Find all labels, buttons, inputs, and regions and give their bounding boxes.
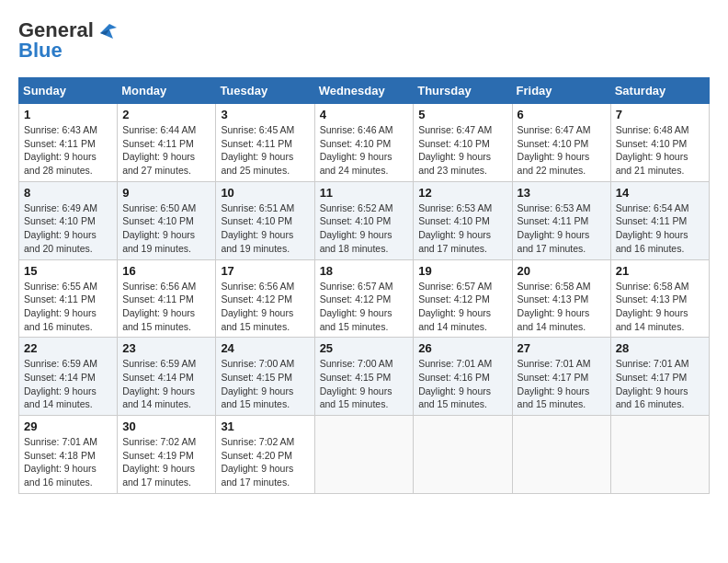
day-number: 17: [221, 264, 309, 278]
calendar-cell: 29 Sunrise: 7:01 AMSunset: 4:18 PMDaylig…: [19, 416, 118, 494]
day-number: 23: [122, 341, 210, 355]
calendar-cell: 6 Sunrise: 6:47 AMSunset: 4:10 PMDayligh…: [512, 104, 610, 182]
day-number: 26: [418, 341, 506, 355]
day-info: Sunrise: 6:59 AMSunset: 4:14 PMDaylight:…: [24, 358, 97, 409]
calendar-cell: 21 Sunrise: 6:58 AMSunset: 4:13 PMDaylig…: [610, 259, 709, 338]
day-number: 2: [122, 108, 210, 121]
day-info: Sunrise: 6:49 AMSunset: 4:10 PMDaylight:…: [24, 202, 97, 254]
day-number: 7: [616, 108, 704, 121]
day-number: 11: [320, 186, 409, 200]
day-number: 21: [616, 264, 704, 278]
day-info: Sunrise: 6:51 AMSunset: 4:10 PMDaylight:…: [221, 202, 294, 254]
day-info: Sunrise: 6:58 AMSunset: 4:13 PMDaylight:…: [518, 281, 591, 332]
calendar-cell: 8 Sunrise: 6:49 AMSunset: 4:10 PMDayligh…: [19, 181, 118, 259]
day-number: 12: [418, 186, 506, 200]
day-number: 25: [320, 341, 409, 355]
day-number: 9: [122, 186, 210, 200]
calendar-cell: 28 Sunrise: 7:01 AMSunset: 4:17 PMDaylig…: [610, 338, 709, 416]
calendar-cell: 12 Sunrise: 6:53 AMSunset: 4:10 PMDaylig…: [414, 181, 512, 259]
calendar-cell: 17 Sunrise: 6:56 AMSunset: 4:12 PMDaylig…: [216, 259, 314, 338]
day-info: Sunrise: 7:01 AMSunset: 4:17 PMDaylight:…: [616, 358, 689, 409]
day-number: 28: [616, 341, 704, 355]
day-number: 5: [418, 108, 506, 121]
day-info: Sunrise: 6:58 AMSunset: 4:13 PMDaylight:…: [616, 281, 689, 332]
day-info: Sunrise: 6:43 AMSunset: 4:11 PMDaylight:…: [24, 124, 97, 176]
day-info: Sunrise: 6:53 AMSunset: 4:11 PMDaylight:…: [518, 202, 591, 254]
calendar-week-4: 22 Sunrise: 6:59 AMSunset: 4:14 PMDaylig…: [19, 338, 710, 416]
day-info: Sunrise: 6:45 AMSunset: 4:11 PMDaylight:…: [221, 124, 294, 176]
calendar-cell: 20 Sunrise: 6:58 AMSunset: 4:13 PMDaylig…: [512, 259, 610, 338]
calendar-cell: 1 Sunrise: 6:43 AMSunset: 4:11 PMDayligh…: [19, 104, 118, 182]
calendar-cell: 18 Sunrise: 6:57 AMSunset: 4:12 PMDaylig…: [314, 259, 414, 338]
calendar-cell: 24 Sunrise: 7:00 AMSunset: 4:15 PMDaylig…: [216, 338, 314, 416]
calendar-cell: 13 Sunrise: 6:53 AMSunset: 4:11 PMDaylig…: [512, 181, 610, 259]
day-number: 1: [24, 108, 112, 121]
day-info: Sunrise: 6:59 AMSunset: 4:14 PMDaylight:…: [122, 358, 196, 409]
day-info: Sunrise: 6:50 AMSunset: 4:10 PMDaylight:…: [122, 202, 196, 254]
logo-blue: Blue: [18, 39, 63, 63]
day-number: 15: [24, 264, 112, 278]
day-info: Sunrise: 7:01 AMSunset: 4:16 PMDaylight:…: [418, 358, 492, 409]
calendar-cell: [314, 416, 414, 494]
day-number: 24: [221, 341, 309, 355]
calendar-cell: 30 Sunrise: 7:02 AMSunset: 4:19 PMDaylig…: [118, 416, 216, 494]
day-info: Sunrise: 7:02 AMSunset: 4:20 PMDaylight:…: [221, 436, 294, 488]
column-header-saturday: Saturday: [610, 78, 709, 104]
calendar-body: 1 Sunrise: 6:43 AMSunset: 4:11 PMDayligh…: [19, 104, 710, 494]
day-number: 13: [518, 186, 606, 200]
svg-marker-0: [100, 24, 117, 39]
day-info: Sunrise: 7:01 AMSunset: 4:18 PMDaylight:…: [24, 436, 97, 488]
day-info: Sunrise: 7:00 AMSunset: 4:15 PMDaylight:…: [320, 358, 393, 409]
column-header-friday: Friday: [512, 78, 610, 104]
calendar-cell: 23 Sunrise: 6:59 AMSunset: 4:14 PMDaylig…: [118, 338, 216, 416]
day-number: 22: [24, 341, 112, 355]
day-info: Sunrise: 6:54 AMSunset: 4:11 PMDaylight:…: [616, 202, 689, 254]
day-info: Sunrise: 6:56 AMSunset: 4:12 PMDaylight:…: [221, 281, 294, 332]
calendar-cell: 26 Sunrise: 7:01 AMSunset: 4:16 PMDaylig…: [414, 338, 512, 416]
day-info: Sunrise: 7:01 AMSunset: 4:17 PMDaylight:…: [518, 358, 591, 409]
calendar-cell: 27 Sunrise: 7:01 AMSunset: 4:17 PMDaylig…: [512, 338, 610, 416]
day-number: 3: [221, 108, 309, 121]
day-number: 27: [518, 341, 606, 355]
calendar-week-1: 1 Sunrise: 6:43 AMSunset: 4:11 PMDayligh…: [19, 104, 710, 182]
day-number: 30: [122, 419, 210, 433]
calendar-cell: 7 Sunrise: 6:48 AMSunset: 4:10 PMDayligh…: [610, 104, 709, 182]
day-info: Sunrise: 6:57 AMSunset: 4:12 PMDaylight:…: [320, 281, 393, 332]
calendar-cell: [512, 416, 610, 494]
calendar-cell: 11 Sunrise: 6:52 AMSunset: 4:10 PMDaylig…: [314, 181, 414, 259]
day-info: Sunrise: 6:52 AMSunset: 4:10 PMDaylight:…: [320, 202, 393, 254]
day-info: Sunrise: 6:46 AMSunset: 4:10 PMDaylight:…: [320, 124, 393, 176]
calendar-cell: [414, 416, 512, 494]
day-info: Sunrise: 6:55 AMSunset: 4:11 PMDaylight:…: [24, 281, 97, 332]
logo-bird-icon: [97, 22, 117, 39]
day-number: 14: [616, 186, 704, 200]
day-info: Sunrise: 7:02 AMSunset: 4:19 PMDaylight:…: [122, 436, 196, 488]
calendar-cell: 9 Sunrise: 6:50 AMSunset: 4:10 PMDayligh…: [118, 181, 216, 259]
calendar-cell: 4 Sunrise: 6:46 AMSunset: 4:10 PMDayligh…: [314, 104, 414, 182]
day-number: 8: [24, 186, 112, 200]
calendar-cell: 3 Sunrise: 6:45 AMSunset: 4:11 PMDayligh…: [216, 104, 314, 182]
day-number: 6: [518, 108, 606, 121]
day-info: Sunrise: 6:47 AMSunset: 4:10 PMDaylight:…: [518, 124, 591, 176]
day-number: 31: [221, 419, 309, 433]
day-info: Sunrise: 7:00 AMSunset: 4:15 PMDaylight:…: [221, 358, 294, 409]
calendar-cell: 25 Sunrise: 7:00 AMSunset: 4:15 PMDaylig…: [314, 338, 414, 416]
calendar-cell: 5 Sunrise: 6:47 AMSunset: 4:10 PMDayligh…: [414, 104, 512, 182]
day-info: Sunrise: 6:44 AMSunset: 4:11 PMDaylight:…: [122, 124, 196, 176]
day-number: 29: [24, 419, 112, 433]
day-info: Sunrise: 6:56 AMSunset: 4:11 PMDaylight:…: [122, 281, 196, 332]
page-header: General Blue: [18, 18, 710, 63]
calendar-week-2: 8 Sunrise: 6:49 AMSunset: 4:10 PMDayligh…: [19, 181, 710, 259]
calendar-cell: [610, 416, 709, 494]
day-info: Sunrise: 6:57 AMSunset: 4:12 PMDaylight:…: [418, 281, 492, 332]
column-header-wednesday: Wednesday: [314, 78, 414, 104]
day-info: Sunrise: 6:47 AMSunset: 4:10 PMDaylight:…: [418, 124, 492, 176]
column-header-monday: Monday: [118, 78, 216, 104]
day-number: 20: [518, 264, 606, 278]
column-header-tuesday: Tuesday: [216, 78, 314, 104]
calendar-cell: 15 Sunrise: 6:55 AMSunset: 4:11 PMDaylig…: [19, 259, 118, 338]
column-header-thursday: Thursday: [414, 78, 512, 104]
calendar-cell: 19 Sunrise: 6:57 AMSunset: 4:12 PMDaylig…: [414, 259, 512, 338]
calendar-week-5: 29 Sunrise: 7:01 AMSunset: 4:18 PMDaylig…: [19, 416, 710, 494]
day-info: Sunrise: 6:53 AMSunset: 4:10 PMDaylight:…: [418, 202, 492, 254]
